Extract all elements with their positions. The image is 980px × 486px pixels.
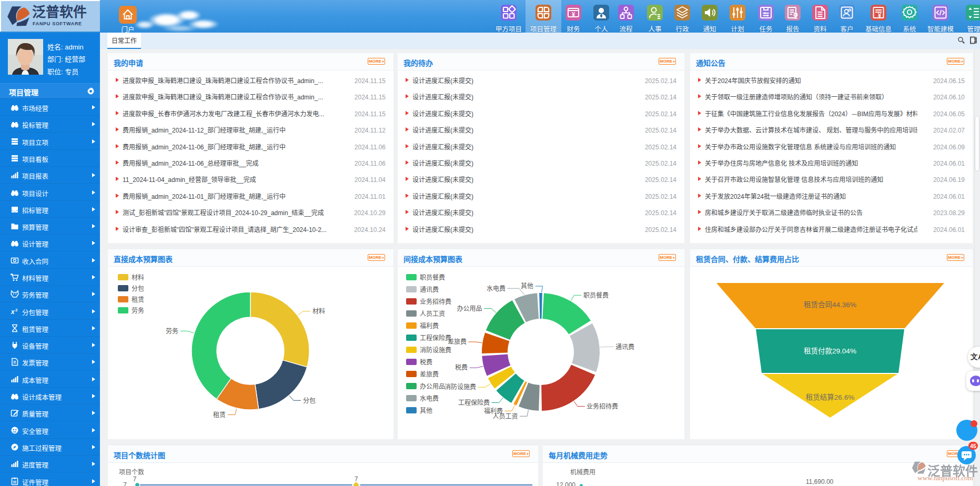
svg-text:通讯费: 通讯费 bbox=[615, 342, 634, 351]
svg-text:2: 2 bbox=[15, 307, 18, 312]
svg-text:工程保险费: 工程保险费 bbox=[458, 398, 490, 407]
svg-text:水电费: 水电费 bbox=[487, 284, 506, 292]
svg-text:租赁合同44.36%: 租赁合同44.36% bbox=[804, 299, 856, 309]
svg-text:消防设施费: 消防设施费 bbox=[444, 382, 476, 391]
svg-text:分包: 分包 bbox=[303, 396, 316, 404]
svg-text:租赁: 租赁 bbox=[213, 410, 226, 419]
svg-text:租赁付款29.04%: 租赁付款29.04% bbox=[804, 345, 856, 356]
svg-text:x: x bbox=[11, 307, 15, 316]
svg-text:劳务: 劳务 bbox=[166, 326, 178, 335]
svg-text:¥: ¥ bbox=[572, 9, 575, 18]
svg-text:材料: 材料 bbox=[312, 306, 325, 315]
svg-text:福利费: 福利费 bbox=[484, 406, 503, 415]
svg-text:职员餐费: 职员餐费 bbox=[583, 290, 609, 299]
svg-text:业务招待费: 业务招待费 bbox=[587, 401, 618, 410]
svg-text:税费: 税费 bbox=[455, 362, 468, 371]
svg-text:租赁结算26.6%: 租赁结算26.6% bbox=[806, 391, 854, 402]
svg-text:办公用品: 办公用品 bbox=[457, 303, 482, 312]
svg-text:¥: ¥ bbox=[878, 11, 882, 19]
svg-text:其他: 其他 bbox=[521, 281, 533, 290]
